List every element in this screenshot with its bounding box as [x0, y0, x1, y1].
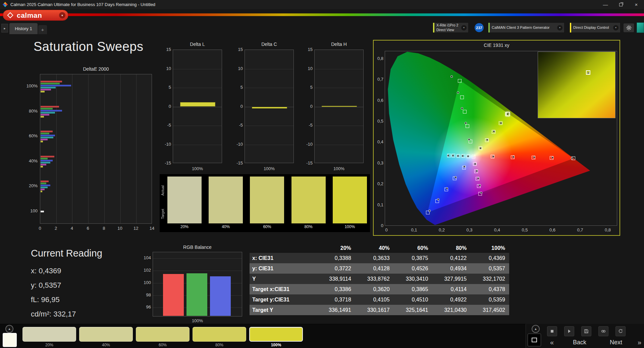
save-icon — [584, 329, 589, 334]
expand-controls-button[interactable]: ▲ — [532, 325, 540, 333]
maximize-button[interactable] — [613, 0, 629, 9]
axis-label: 0,1 — [408, 227, 421, 232]
white-patch-preview[interactable] — [3, 333, 17, 347]
chevron-down-icon: ▾ — [557, 25, 562, 30]
cie-measured-marker — [477, 177, 479, 180]
current-reading-panel: Current Reading x: 0,4369 y: 0,5357 fL: … — [31, 248, 138, 321]
axis-label: 12 — [131, 226, 141, 231]
gridline — [72, 74, 72, 223]
table-row-label: Y — [250, 276, 317, 282]
table-cell: 0,3386 — [317, 286, 355, 292]
next-button-label: Next — [610, 339, 622, 346]
table-cell: 333,8762 — [355, 276, 394, 282]
back-button[interactable]: « Back — [550, 338, 586, 347]
meter-selector[interactable]: X-Rite i1Pro 2 Direct View ▾ — [433, 22, 469, 33]
titlebar: Calman 2025 Calman Ultimate for Business… — [0, 0, 644, 9]
patch-button-20%[interactable] — [22, 327, 76, 342]
results-table: 20%40%60%80%100%x: CIE310,33880,36330,38… — [250, 243, 509, 315]
gridline — [173, 69, 222, 69]
table-header-row: 20%40%60%80%100% — [250, 243, 509, 253]
next-button[interactable]: Next » — [610, 338, 641, 347]
deltae-bar — [41, 185, 50, 186]
pattern-window-button[interactable] — [528, 334, 541, 346]
deltae-bar — [41, 183, 46, 184]
deltae-bar — [41, 137, 53, 138]
table-cell: 0,5359 — [471, 297, 509, 303]
display-control-selector[interactable]: Direct Display Control ▾ — [570, 22, 621, 33]
gridline — [245, 88, 293, 88]
pattern-generator-selector[interactable]: CalMAN Client 3 Pattern Generator ▾ — [488, 22, 565, 33]
patch-button-80%[interactable] — [193, 327, 246, 342]
patch-button-label: 60% — [136, 343, 190, 347]
axis-label: -15 — [155, 160, 171, 165]
gridline — [315, 126, 363, 126]
play-button[interactable] — [564, 326, 574, 336]
window-title: Calman 2025 Calman Ultimate for Business… — [10, 2, 155, 7]
settings-button[interactable] — [623, 23, 634, 32]
table-cell: 0,4105 — [355, 297, 394, 303]
axis-label: -15 — [297, 160, 313, 165]
table-cell: 330,3410 — [394, 276, 432, 282]
gridline — [315, 145, 363, 145]
axis-label: 100% — [314, 166, 364, 171]
deltae-bar — [41, 211, 44, 212]
refresh-button[interactable] — [615, 326, 626, 336]
stop-button[interactable] — [547, 326, 557, 336]
axis-label: 0 — [35, 226, 45, 231]
axis-label: 0,1 — [374, 202, 383, 207]
expand-patch-bar-button[interactable]: ▲ — [5, 325, 13, 333]
deltae-bar — [41, 116, 44, 118]
play-icon — [567, 329, 572, 334]
close-button[interactable]: × — [629, 0, 644, 9]
gridline — [173, 88, 222, 88]
table-row: y: CIE310,37220,41280,45260,49340,5357 — [250, 263, 509, 274]
axis-label: -10 — [297, 142, 313, 147]
axis-label: 100% — [245, 166, 294, 171]
gridline — [104, 74, 105, 223]
workflow-accent-button[interactable] — [637, 22, 644, 33]
patch-button-100%[interactable] — [249, 327, 303, 342]
refresh-icon — [618, 329, 623, 334]
minimize-icon: — — [603, 2, 608, 7]
delta-h-chart: Delta H151050-5-10-15100% — [296, 41, 367, 173]
table-cell: 0,4378 — [471, 286, 509, 292]
stop-icon — [550, 329, 554, 334]
cie-measured-marker — [500, 122, 502, 124]
axis-label: 100% — [20, 83, 38, 88]
save-button[interactable] — [581, 326, 591, 336]
table-cell: 0,4510 — [394, 297, 432, 303]
add-tab-button[interactable]: + — [38, 25, 47, 34]
gridline — [245, 126, 293, 126]
deltae-bar — [41, 85, 71, 86]
calman-menu-button[interactable]: calman ▾ — [3, 10, 68, 21]
current-reading-title: Current Reading — [31, 248, 138, 259]
axis-label: 0,6 — [374, 98, 383, 103]
link-button[interactable] — [598, 326, 608, 336]
axis-label: 15 — [297, 47, 313, 52]
swatch-row-label-actual: Actual — [161, 180, 166, 201]
table-cell: 0,4526 — [394, 266, 432, 272]
axis-label: 15 — [227, 47, 243, 52]
rainbow-accent-bar — [0, 13, 644, 16]
deltae-bar — [41, 164, 46, 165]
axis-label: 100 — [20, 208, 38, 213]
tab-scroll-button[interactable]: ▸ — [1, 24, 8, 32]
table-cell: 0,4369 — [471, 255, 509, 261]
gridline — [88, 74, 89, 223]
minimize-button[interactable]: — — [598, 0, 613, 9]
axis-label: 4 — [67, 226, 77, 231]
patch-button-40%[interactable] — [79, 327, 133, 342]
cie-measured-marker — [452, 154, 454, 157]
tab-history-1[interactable]: History 1 — [9, 23, 38, 34]
table-row-label: Target y:CIE31 — [250, 297, 317, 303]
axis-label: 98 — [134, 292, 151, 297]
table-cell: 0,3633 — [355, 255, 394, 261]
table-cell: 0,4128 — [355, 266, 394, 272]
pattern-window-icon — [532, 338, 537, 342]
axis-label: -5 — [297, 123, 313, 128]
deltae-bar — [41, 160, 53, 161]
axis-label: 8 — [99, 226, 109, 231]
deltae-bar — [41, 81, 62, 82]
deltae-bar — [41, 139, 48, 140]
patch-button-60%[interactable] — [136, 327, 190, 342]
